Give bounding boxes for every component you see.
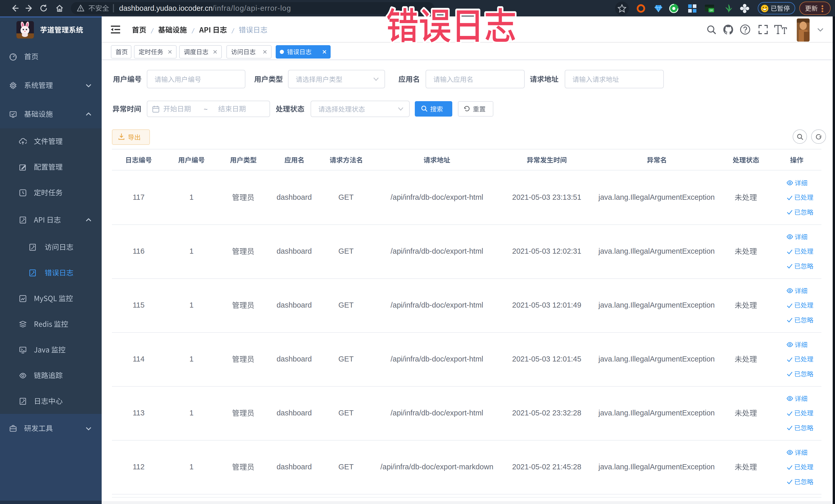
svg-text:on: on: [710, 8, 713, 12]
